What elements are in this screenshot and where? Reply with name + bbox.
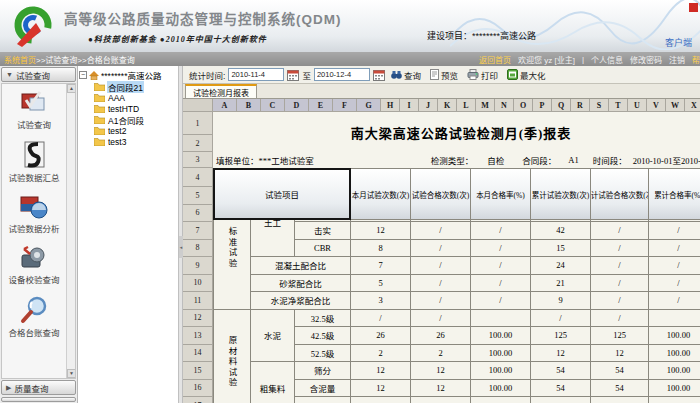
tree-node-label[interactable]: testHTD bbox=[107, 104, 140, 114]
row-number[interactable]: 10 bbox=[183, 275, 213, 293]
value-cell[interactable]: / bbox=[471, 257, 531, 275]
tree-node-test3[interactable]: test3 bbox=[79, 136, 177, 147]
value-cell[interactable]: 100.00 bbox=[471, 345, 531, 363]
tree-node-a1contract[interactable]: A1合同段 bbox=[79, 114, 177, 125]
row-number[interactable]: 8 bbox=[183, 240, 213, 258]
value-cell[interactable]: 12 bbox=[411, 362, 471, 380]
value-cell[interactable]: / bbox=[411, 257, 471, 275]
return-home-link[interactable]: 返回首页 bbox=[479, 54, 511, 65]
group-cell[interactable]: 原材料试验 bbox=[213, 310, 251, 403]
item-cell[interactable] bbox=[295, 397, 351, 403]
value-cell[interactable]: 15 bbox=[531, 240, 591, 258]
value-cell[interactable]: 12 bbox=[351, 362, 411, 380]
column-header[interactable]: 累计试验次数(次) bbox=[531, 168, 591, 220]
value-cell[interactable]: 100.00 bbox=[649, 362, 700, 380]
row-number[interactable]: 14 bbox=[183, 345, 213, 363]
maximize-button[interactable]: 最大化 bbox=[504, 68, 549, 82]
sidebar-item-data-analysis[interactable]: 试验数据分析 bbox=[8, 194, 59, 234]
tree-node-testhtd[interactable]: testHTD bbox=[79, 103, 177, 114]
value-cell[interactable]: 3 bbox=[351, 292, 411, 310]
calendar-icon[interactable] bbox=[373, 69, 385, 81]
col-letter[interactable]: E bbox=[309, 99, 333, 111]
value-cell[interactable] bbox=[471, 310, 531, 328]
value-cell[interactable]: / bbox=[531, 310, 591, 328]
value-cell[interactable]: 26 bbox=[351, 327, 411, 345]
col-letter[interactable]: K bbox=[438, 99, 457, 111]
value-cell[interactable] bbox=[649, 397, 700, 403]
tree-node-contract21[interactable]: 合同段21 bbox=[79, 81, 177, 92]
value-cell[interactable]: / bbox=[471, 275, 531, 293]
row-number[interactable]: 15 bbox=[183, 362, 213, 380]
item-cell[interactable]: 筛分 bbox=[295, 362, 351, 380]
col-letter[interactable]: Q bbox=[552, 99, 571, 111]
change-password-link[interactable]: 修改密码 bbox=[630, 54, 662, 65]
row-number[interactable]: 12 bbox=[183, 310, 213, 328]
item-cell[interactable]: 砂浆配合比 bbox=[251, 275, 351, 293]
value-cell[interactable]: 100.00 bbox=[471, 362, 531, 380]
sidebar-section-quality-query[interactable]: ▶ 质量查询 bbox=[1, 380, 76, 395]
sidebar-item-equipment-check[interactable]: 设备校验查询 bbox=[8, 245, 59, 285]
tree-node-label[interactable]: test3 bbox=[107, 137, 127, 147]
value-cell[interactable]: / bbox=[471, 292, 531, 310]
value-cell[interactable]: 100.00 bbox=[471, 327, 531, 345]
select-all-corner[interactable] bbox=[183, 99, 213, 111]
collapse-icon[interactable]: − bbox=[79, 71, 87, 79]
value-cell[interactable]: 12 bbox=[411, 380, 471, 398]
value-cell[interactable]: 12 bbox=[531, 345, 591, 363]
row-number[interactable]: 4 bbox=[183, 168, 213, 187]
value-cell[interactable] bbox=[531, 397, 591, 403]
sidebar-item-data-summary[interactable]: 试验数据汇总 bbox=[8, 141, 59, 183]
help-link[interactable]: 帮助 bbox=[692, 54, 700, 65]
value-cell[interactable]: / bbox=[591, 257, 649, 275]
tree-node-label[interactable]: 合同段21 bbox=[107, 81, 144, 93]
scroll-up-icon[interactable]: ▲ bbox=[67, 84, 76, 93]
value-cell[interactable]: / bbox=[411, 292, 471, 310]
sidebar-section-partial[interactable] bbox=[1, 397, 76, 402]
subgroup-cell[interactable]: 粗集料 bbox=[251, 362, 295, 403]
col-letter[interactable]: W bbox=[666, 99, 685, 111]
item-cell[interactable]: 32.5级 bbox=[295, 310, 351, 328]
col-letter[interactable]: V bbox=[647, 99, 666, 111]
item-cell[interactable]: 混凝土配合比 bbox=[251, 257, 351, 275]
col-letter[interactable]: P bbox=[533, 99, 552, 111]
row-number[interactable]: 5 bbox=[183, 187, 213, 205]
value-cell[interactable]: 54 bbox=[591, 380, 649, 398]
date-from-input[interactable] bbox=[228, 68, 284, 81]
column-header[interactable]: 累计试验合格次数(次) bbox=[591, 168, 649, 220]
value-cell[interactable]: 12 bbox=[591, 345, 649, 363]
breadcrumb-home[interactable]: 系统首页 bbox=[4, 54, 36, 65]
tree-node-test2[interactable]: test2 bbox=[79, 125, 177, 136]
sidebar-item-qualified-ledger[interactable]: 合格台账查询 bbox=[8, 296, 59, 338]
value-cell[interactable]: / bbox=[591, 275, 649, 293]
item-cell[interactable]: 42.5级 bbox=[295, 327, 351, 345]
col-letter[interactable]: G bbox=[357, 99, 381, 111]
value-cell[interactable]: / bbox=[591, 240, 649, 258]
value-cell[interactable]: 54 bbox=[531, 380, 591, 398]
column-header[interactable]: 试验合格次数(次) bbox=[411, 168, 471, 220]
value-cell[interactable]: / bbox=[591, 222, 649, 240]
value-cell[interactable]: / bbox=[351, 310, 411, 328]
value-cell[interactable]: 9 bbox=[531, 292, 591, 310]
calendar-icon[interactable] bbox=[287, 69, 299, 81]
value-cell[interactable]: 7 bbox=[351, 257, 411, 275]
col-letter[interactable]: I bbox=[400, 99, 419, 111]
col-letter[interactable]: S bbox=[590, 99, 609, 111]
col-letter[interactable]: M bbox=[476, 99, 495, 111]
item-cell[interactable]: 含泥量 bbox=[295, 380, 351, 398]
value-cell[interactable]: / bbox=[411, 310, 471, 328]
value-cell[interactable]: 100.00 bbox=[471, 380, 531, 398]
subgroup-cell[interactable]: 水泥 bbox=[251, 310, 295, 363]
col-letter[interactable]: O bbox=[514, 99, 533, 111]
col-letter[interactable]: B bbox=[237, 99, 261, 111]
value-cell[interactable] bbox=[649, 310, 700, 328]
scroll-down-icon[interactable]: ▼ bbox=[67, 369, 76, 378]
value-cell[interactable]: / bbox=[471, 240, 531, 258]
row-number[interactable]: 1 bbox=[183, 112, 213, 135]
profile-link[interactable]: 个人信息 bbox=[591, 54, 623, 65]
value-cell[interactable]: 26 bbox=[411, 327, 471, 345]
value-cell[interactable]: 42 bbox=[531, 222, 591, 240]
tree-node-label[interactable]: test2 bbox=[107, 126, 127, 136]
value-cell[interactable]: 125 bbox=[531, 327, 591, 345]
col-letter[interactable]: J bbox=[419, 99, 438, 111]
col-letter[interactable]: N bbox=[495, 99, 514, 111]
